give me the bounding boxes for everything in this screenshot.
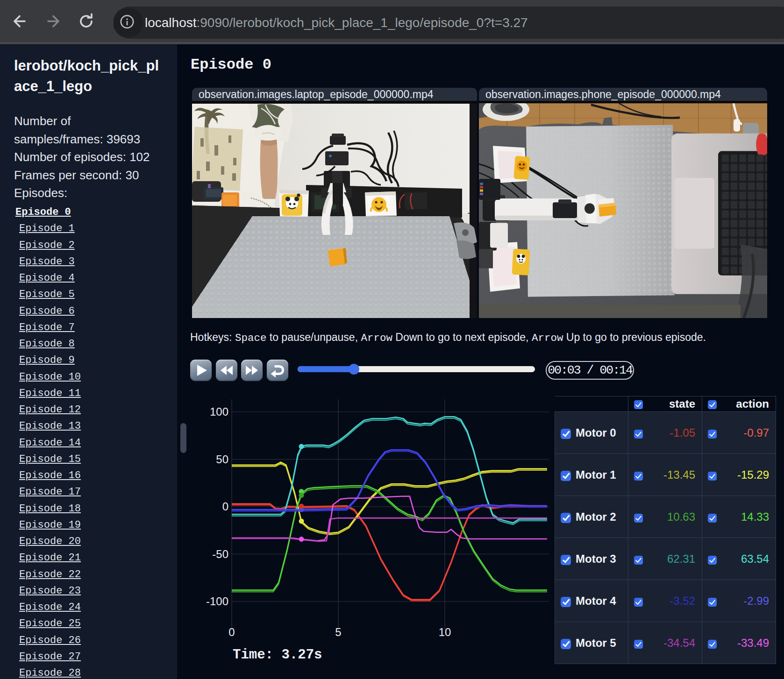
svg-text:-100: -100	[206, 595, 228, 608]
svg-text:0: 0	[228, 626, 235, 638]
svg-text:10: 10	[439, 626, 451, 638]
svg-text:100: 100	[210, 405, 228, 418]
svg-text:5: 5	[335, 626, 341, 638]
svg-text:0: 0	[222, 500, 228, 513]
svg-text:Time: 3.27s: Time: 3.27s	[233, 647, 322, 663]
svg-text:50: 50	[216, 453, 228, 466]
svg-text:-50: -50	[212, 548, 228, 560]
